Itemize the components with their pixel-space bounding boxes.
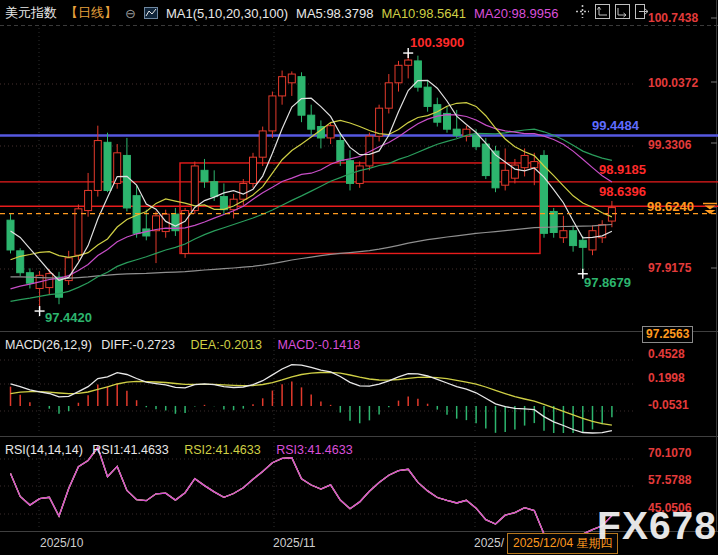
axis-label-max: 100.7438 (648, 11, 698, 25)
axis-scale-icon[interactable] (594, 3, 611, 20)
time-axis-label-oct: 2025/10 (40, 536, 83, 550)
ma-settings-label: MA1(5,10,20,30,100) (166, 6, 288, 21)
macd-label-row: MACD(26,12,9) DIFF:-0.2723 DEA:-0.2013 M… (5, 338, 360, 352)
crosshair-icon[interactable] (574, 3, 591, 20)
panel-min-label: 97.2563 (642, 326, 693, 343)
rsi3-value: RSI3:41.4633 (276, 443, 352, 457)
ma5-value: MA5:98.3798 (296, 6, 373, 21)
support-level-label: 98.6396 (599, 185, 646, 199)
macd-dea-value: DEA:-0.2013 (190, 338, 262, 352)
header-bar: 美元指数【日线】 ⊖ MA1(5,10,20,30,100) MA5:98.37… (5, 4, 559, 22)
macd-title: MACD(26,12,9) (5, 338, 92, 352)
collapse-icon[interactable]: ⊖ (125, 6, 136, 21)
mini-chart-icon[interactable] (144, 6, 158, 20)
symbol-name: 美元指数 (5, 4, 57, 22)
current-price-label: 98.6240 (647, 200, 694, 214)
low-price-label: 97.4420 (45, 311, 92, 325)
macd-axis-label: 0.1998 (648, 371, 685, 385)
macd-axis-label: 0.4528 (648, 347, 685, 361)
time-axis-label-dec: 2025/ (474, 536, 504, 550)
axis-label: 99.3306 (648, 138, 691, 152)
rsi-axis-label: 57.5788 (648, 473, 691, 487)
macd-axis-label: -0.0531 (648, 398, 689, 412)
axis-label: 97.9175 (648, 261, 691, 275)
rsi1-value: RSI1:41.4633 (92, 443, 168, 457)
macd-macd-value: MACD:-0.1418 (278, 338, 361, 352)
watermark: FX678 (597, 504, 717, 548)
blue-level-label: 99.4484 (592, 119, 639, 133)
rsi2-value: RSI2:41.4633 (184, 443, 260, 457)
high-price-label: 100.3900 (410, 36, 464, 50)
period-label[interactable]: 【日线】 (65, 4, 117, 22)
ma20-value: MA20:98.9956 (474, 6, 559, 21)
time-axis-label-nov: 2025/11 (273, 536, 316, 550)
ma10-value: MA10:98.5641 (381, 6, 466, 21)
axis-label: 100.0372 (648, 76, 698, 90)
chart-toolbar (574, 3, 651, 20)
rsi-axis-label: 70.1070 (648, 446, 691, 460)
rsi-label-row: RSI(14,14,14) RSI1:41.4633 RSI2:41.4633 … (5, 443, 353, 457)
chart-app-window: 美元指数【日线】 ⊖ MA1(5,10,20,30,100) MA5:98.37… (0, 0, 718, 555)
resistance-level-label: 98.9185 (599, 163, 646, 177)
swing-low-label: 97.8679 (584, 276, 631, 290)
axis-pan-icon[interactable] (614, 3, 631, 20)
macd-diff-value: DIFF:-0.2723 (101, 338, 175, 352)
rsi-title: RSI(14,14,14) (5, 443, 83, 457)
